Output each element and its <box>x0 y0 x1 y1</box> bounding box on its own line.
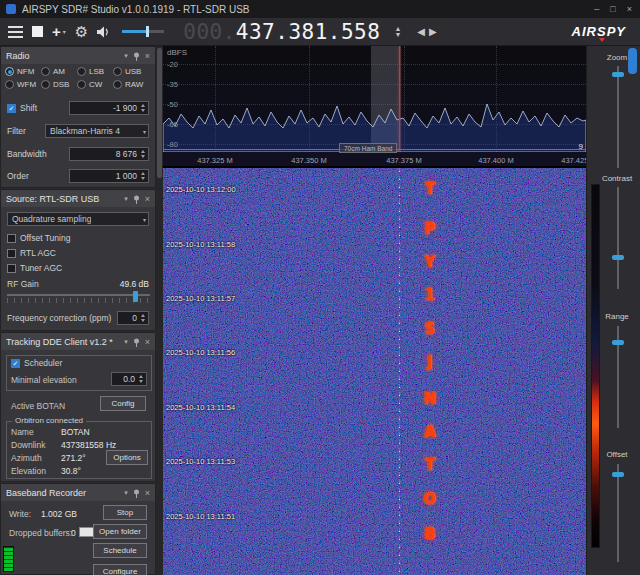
open-folder-button[interactable]: Open folder <box>93 524 147 539</box>
panel-header-source[interactable]: Source: RTL-SDR USB ▾ × <box>1 190 155 207</box>
waterfall-timestamp: 2025-10-10 13:11:51 <box>166 512 235 521</box>
waterfall-letter: N <box>419 392 441 407</box>
close-icon[interactable]: × <box>145 195 150 203</box>
spinner-icon[interactable] <box>138 312 147 324</box>
collapse-icon[interactable]: ▾ <box>124 52 128 60</box>
bandwidth-input[interactable]: 8 676 <box>69 147 149 161</box>
range-slider[interactable] <box>611 326 625 428</box>
mode-dsb[interactable]: DSB <box>41 80 75 89</box>
step-right-icon[interactable]: ▶ <box>429 26 437 37</box>
stop-button[interactable] <box>32 26 43 37</box>
band-plan-label: 70cm Ham Band <box>339 143 397 153</box>
waterfall-letter: J <box>419 355 441 370</box>
pin-icon[interactable] <box>133 47 140 65</box>
maximize-button[interactable]: □ <box>610 4 615 14</box>
mode-lsb[interactable]: LSB <box>77 67 111 76</box>
shift-label: Shift <box>20 103 37 113</box>
order-input[interactable]: 1 000 <box>69 169 149 183</box>
mode-wfm[interactable]: WFM <box>5 80 39 89</box>
frequency-down-icon[interactable]: ▼ <box>394 32 401 38</box>
minimize-button[interactable]: – <box>594 4 599 14</box>
bandwidth-label: Bandwidth <box>7 149 47 159</box>
frequency-display[interactable]: 000. 437.381.558 <box>183 20 380 44</box>
filter-select[interactable]: Blackman-Harris 4 ▾ <box>45 124 149 138</box>
speaker-icon[interactable] <box>97 26 111 38</box>
waterfall-timestamp: 2025-10-10 13:11:54 <box>166 403 235 412</box>
panel-title: Tracking DDE Client v1.2 * <box>6 337 113 347</box>
tuner-agc-checkbox[interactable]: ✓ <box>7 264 16 273</box>
pin-icon[interactable] <box>133 484 140 502</box>
panel-title: Source: RTL-SDR USB <box>6 194 99 204</box>
radio-icon <box>77 67 86 76</box>
panel-tracking: Tracking DDE Client v1.2 * ▾ × ✓ Schedul… <box>0 332 156 482</box>
spinner-icon[interactable] <box>138 170 147 182</box>
volume-slider[interactable] <box>122 30 164 33</box>
stop-recording-button[interactable]: Stop <box>103 505 147 520</box>
pin-icon[interactable] <box>133 333 140 351</box>
zoom-label: Zoom <box>587 53 640 62</box>
collapse-icon[interactable]: ▾ <box>124 338 128 346</box>
content: Radio ▾ × NFM AM LSB USB WFM DSB CW RAW <box>0 46 640 575</box>
mode-am[interactable]: AM <box>41 67 75 76</box>
options-button[interactable]: Options <box>106 450 148 465</box>
scheduler-label: Scheduler <box>24 358 62 368</box>
mode-raw[interactable]: RAW <box>113 80 147 89</box>
sidebar-scrollbar[interactable] <box>156 46 163 575</box>
offset-tuning-checkbox[interactable]: ✓ <box>7 234 16 243</box>
slider-handle[interactable] <box>612 255 624 260</box>
spectrum-display[interactable]: dBFS -20 -35 -50 -65 -80 70cm Ham Band 4… <box>163 46 586 166</box>
pin-icon[interactable] <box>133 190 140 208</box>
panel-header-radio[interactable]: Radio ▾ × <box>1 47 155 64</box>
freq-correction-input[interactable]: 0 <box>117 311 149 325</box>
add-slice-button[interactable]: + ▾ <box>52 25 66 39</box>
display-controls: Zoom Contrast Range Offset <box>586 46 640 575</box>
rf-gain-slider[interactable] <box>7 291 150 305</box>
spinner-icon[interactable] <box>136 373 145 385</box>
panel-header-recorder[interactable]: Baseband Recorder ▾ × <box>1 484 155 501</box>
close-icon[interactable]: × <box>145 338 150 346</box>
zoom-slider[interactable] <box>611 66 625 168</box>
offset-tuning-label: Offset Tuning <box>20 233 70 243</box>
waterfall-letter: P <box>419 222 441 237</box>
shift-checkbox[interactable]: ✓ <box>7 104 16 113</box>
freq-correction-label: Frequency correction (ppm) <box>7 313 111 323</box>
collapse-icon[interactable]: ▾ <box>124 489 128 497</box>
waterfall-display[interactable]: 2025-10-10 13:12:00 2025-10-10 13:11:58 … <box>163 168 586 575</box>
sampling-select[interactable]: Quadrature sampling ▾ <box>7 212 149 226</box>
close-button[interactable]: × <box>627 4 632 14</box>
configure-button[interactable]: Configure <box>93 564 147 575</box>
y-axis-label: -80 <box>167 140 178 149</box>
mode-cw[interactable]: CW <box>77 80 111 89</box>
waterfall-letter: A <box>419 425 441 440</box>
slider-handle[interactable] <box>133 291 138 302</box>
mode-nfm[interactable]: NFM <box>5 67 39 76</box>
close-icon[interactable]: × <box>145 52 150 60</box>
collapse-icon[interactable]: ▾ <box>124 195 128 203</box>
contrast-slider[interactable] <box>611 187 625 289</box>
scrollbar-thumb[interactable] <box>157 48 162 178</box>
gear-icon[interactable]: ⚙ <box>75 24 88 40</box>
step-left-icon[interactable]: ◀ <box>417 26 425 37</box>
y-axis-label: -35 <box>167 80 178 89</box>
spinner-icon[interactable] <box>138 102 147 114</box>
tuning-line[interactable] <box>399 46 400 152</box>
offset-slider[interactable] <box>611 464 625 562</box>
rtl-agc-checkbox[interactable]: ✓ <box>7 249 16 258</box>
y-axis-label: -50 <box>167 100 178 109</box>
shift-input[interactable]: -1 900 <box>69 101 149 115</box>
waterfall-letter: B <box>419 527 441 542</box>
scheduler-checkbox[interactable]: ✓ <box>11 359 20 368</box>
close-icon[interactable]: × <box>145 489 150 497</box>
airspy-logo-text: AIRSPY <box>572 24 626 39</box>
spinner-icon[interactable] <box>138 148 147 160</box>
menu-icon[interactable] <box>8 26 23 38</box>
slider-handle[interactable] <box>612 472 624 477</box>
schedule-button[interactable]: Schedule <box>93 543 147 558</box>
panel-header-tracking[interactable]: Tracking DDE Client v1.2 * ▾ × <box>1 333 155 350</box>
min-elevation-input[interactable]: 0.0 <box>111 372 147 386</box>
slider-handle[interactable] <box>612 72 624 77</box>
radio-icon <box>77 80 86 89</box>
mode-usb[interactable]: USB <box>113 67 147 76</box>
slider-handle[interactable] <box>612 340 624 345</box>
config-button[interactable]: Config <box>100 396 146 411</box>
